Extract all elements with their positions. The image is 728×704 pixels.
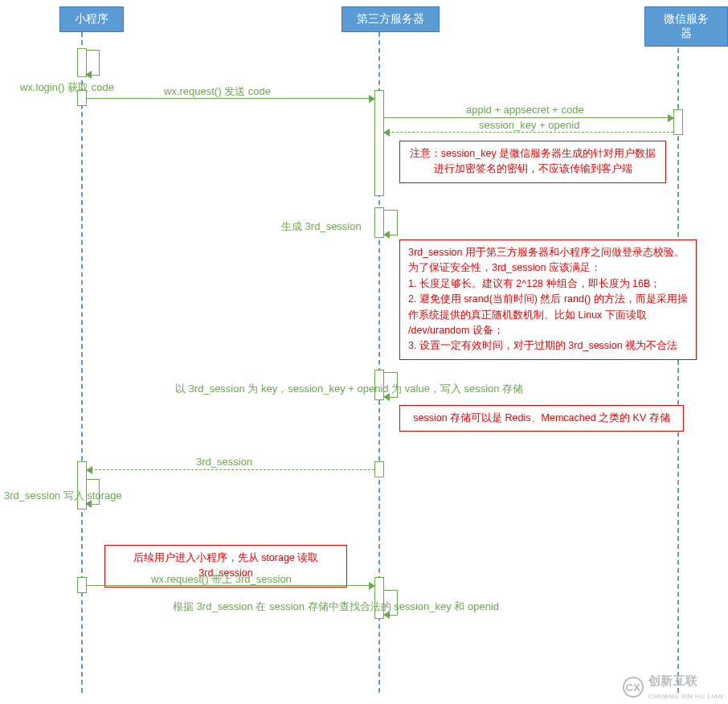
note-rule-2: 2. 避免使用 srand(当前时间) 然后 rand() 的方法，而是采用操作… xyxy=(408,292,688,338)
watermark-logo-icon: CX xyxy=(623,677,644,698)
note-sessionkey-warning: 注意：session_key 是微信服务器生成的针对用户数据进行加密签名的密钥，… xyxy=(399,141,666,183)
selfcall-gen-session xyxy=(384,210,398,235)
activation-thirdparty-return xyxy=(374,461,384,477)
msg-write-storage: 3rd_session 写入 storage xyxy=(4,489,122,503)
note-rule-3: 3. 设置一定有效时间，对于过期的 3rd_session 视为不合法 xyxy=(408,338,688,354)
watermark: CX 创新互联 CHUANG XIN HU LIAN xyxy=(623,673,723,701)
note-rule-intro: 3rd_session 用于第三方服务器和小程序之间做登录态校验。为了保证安全性… xyxy=(408,245,688,276)
arrow-from-wechat xyxy=(384,132,673,133)
sequence-diagram: 小程序 第三方服务器 微信服务器 wx.login() 获取 code wx.r… xyxy=(0,0,728,704)
activation-miniprogram-req2 xyxy=(77,577,87,593)
note-rule-1: 1. 长度足够长。建议有 2^128 种组合，即长度为 16B； xyxy=(408,276,688,292)
selfcall-login xyxy=(86,50,100,76)
participant-miniprogram: 小程序 xyxy=(59,6,124,32)
participant-wechat: 微信服务器 xyxy=(644,6,728,47)
arrow-to-wechat xyxy=(384,117,673,118)
watermark-sub: CHUANG XIN HU LIAN xyxy=(648,693,723,700)
msg-request-with-session: wx.request() 带上 3rd_session xyxy=(151,572,292,587)
activation-miniprogram-send xyxy=(77,90,87,106)
watermark-text: 创新互联 xyxy=(648,673,698,687)
msg-return-session: 3rd_session xyxy=(196,456,252,468)
note-kv-store: session 存储可以是 Redis、Memcached 之类的 KV 存储 xyxy=(399,405,684,432)
note-3rdsession-rules: 3rd_session 用于第三方服务器和小程序之间做登录态校验。为了保证安全性… xyxy=(399,239,697,360)
activation-wechat xyxy=(673,109,683,135)
msg-request-code: wx.request() 发送 code xyxy=(164,84,271,99)
msg-lookup: 根据 3rd_session 在 session 存储中查找合法的 sessio… xyxy=(173,600,499,614)
msg-to-wechat: appid + appsecret + code xyxy=(466,104,584,116)
msg-login: wx.login() 获取 code xyxy=(20,80,114,95)
activation-thirdparty-1 xyxy=(374,90,384,196)
msg-from-wechat: session_key + openid xyxy=(479,119,579,131)
arrow-return-session xyxy=(87,469,374,470)
msg-write-session: 以 3rd_session 为 key，session_key + openid… xyxy=(175,382,523,396)
participant-thirdparty: 第三方服务器 xyxy=(342,6,440,32)
msg-gen-session: 生成 3rd_session xyxy=(281,219,362,234)
lifeline-miniprogram xyxy=(81,32,83,693)
